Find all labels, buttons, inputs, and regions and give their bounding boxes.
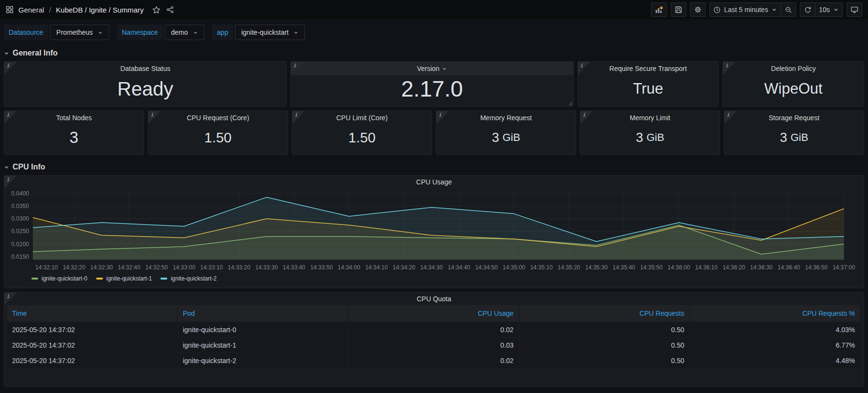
legend-item-ignite-quickstart-2[interactable]: ignite-quickstart-2 — [160, 275, 217, 282]
table-cell: 0.02 — [348, 322, 519, 337]
apps-grid-icon — [6, 6, 14, 14]
table-cell: 0.02 — [348, 352, 519, 368]
chevron-down-icon — [193, 30, 198, 35]
legend-item-ignite-quickstart-0[interactable]: ignite-quickstart-0 — [31, 275, 87, 282]
table-cell: ignite-quickstart-2 — [178, 352, 348, 368]
svg-text:0.0400: 0.0400 — [11, 190, 29, 197]
legend-item-ignite-quickstart-1[interactable]: ignite-quickstart-1 — [96, 275, 152, 282]
legend-label: ignite-quickstart-1 — [106, 275, 152, 282]
stat-unit: GiB — [791, 131, 809, 144]
info-corner-icon[interactable]: i — [291, 62, 304, 74]
panel-title[interactable]: Memory Request — [436, 111, 576, 125]
table-row[interactable]: 2025-05-20 14:37:02ignite-quickstart-20.… — [7, 352, 861, 368]
variable-selected-datasource: Prometheus — [57, 28, 93, 36]
panel-title[interactable]: CPU Limit (Core) — [292, 111, 432, 125]
svg-text:14:37:00: 14:37:00 — [833, 264, 855, 271]
info-corner-icon[interactable]: i — [578, 62, 591, 74]
section-cpu-info[interactable]: CPU Info — [4, 163, 864, 171]
table-column-header[interactable]: CPU Requests % — [690, 305, 861, 322]
stat-value-database-status: Ready — [4, 75, 286, 106]
table-column-header[interactable]: Time — [7, 305, 178, 322]
panel-title[interactable]: Memory Limit — [580, 111, 720, 125]
variable-namespace: Namespace demo — [117, 25, 204, 40]
svg-text:14:32:40: 14:32:40 — [118, 264, 141, 271]
table-cell: 2025-05-20 14:37:02 — [7, 337, 178, 352]
resize-handle-icon[interactable] — [568, 101, 573, 106]
chevron-down-icon — [4, 51, 9, 56]
info-corner-icon[interactable]: i — [4, 293, 17, 305]
svg-text:14:33:40: 14:33:40 — [283, 264, 305, 271]
info-corner-icon[interactable]: i — [723, 62, 736, 74]
panel-cpu-quota: i CPU Quota TimePodCPU UsageCPU Requests… — [4, 292, 864, 387]
refresh-button[interactable] — [800, 2, 815, 17]
variable-value-namespace[interactable]: demo — [165, 25, 204, 40]
share-icon[interactable] — [166, 6, 174, 14]
info-corner-icon[interactable]: i — [4, 176, 17, 188]
panel-title[interactable]: Require Secure Transport — [578, 62, 719, 75]
panel-title[interactable]: Version — [291, 62, 573, 75]
save-icon — [675, 6, 682, 14]
table-column-header[interactable]: CPU Usage — [348, 305, 519, 322]
info-corner-icon[interactable]: i — [436, 111, 449, 124]
legend-label: ignite-quickstart-2 — [171, 275, 217, 282]
variable-label-app: app — [212, 25, 233, 40]
stat-panels-row-2: i Total Nodes 3 i CPU Request (Core) 1.5… — [4, 111, 864, 155]
chart-legend: ignite-quickstart-0ignite-quickstart-1ig… — [31, 275, 864, 282]
panel-menu-caret-icon[interactable] — [442, 66, 447, 71]
chevron-down-icon — [771, 7, 777, 13]
panel-database-status: i Database Status Ready — [4, 61, 287, 107]
panel-title[interactable]: Database Status — [4, 62, 286, 75]
info-corner-icon[interactable]: i — [292, 111, 305, 124]
panel-title[interactable]: Storage Request — [724, 111, 864, 125]
variable-value-app[interactable]: ignite-quickstart — [235, 25, 305, 40]
panel-title[interactable]: Deletion Policy — [723, 62, 864, 75]
time-range-picker[interactable]: Last 5 minutes — [709, 2, 781, 17]
kiosk-mode-button[interactable] — [847, 2, 862, 17]
table-row[interactable]: 2025-05-20 14:37:02ignite-quickstart-00.… — [7, 322, 861, 337]
chevron-down-icon — [833, 7, 839, 13]
variable-app: app ignite-quickstart — [212, 25, 305, 40]
chevron-down-icon — [98, 30, 103, 35]
panel-title[interactable]: Total Nodes — [4, 111, 144, 125]
info-corner-icon[interactable]: i — [724, 111, 737, 124]
table-cell: 0.50 — [520, 352, 690, 368]
cpu-usage-chart[interactable]: 0.04000.03500.03000.02500.02000.015014:3… — [9, 188, 859, 274]
svg-text:0.0350: 0.0350 — [11, 203, 29, 210]
stat-unit: GiB — [503, 131, 521, 144]
svg-text:14:33:00: 14:33:00 — [173, 264, 195, 271]
star-icon[interactable] — [152, 6, 160, 14]
stat-value-memory-limit: 3GiB — [580, 125, 720, 154]
stat-value-require-secure-transport: True — [578, 75, 719, 106]
panel-cpu-request: i CPU Request (Core) 1.50 — [148, 111, 288, 155]
breadcrumb-root[interactable]: General — [18, 6, 44, 14]
info-corner-icon[interactable]: i — [4, 111, 17, 124]
info-corner-icon[interactable]: i — [148, 111, 161, 124]
svg-text:14:35:50: 14:35:50 — [640, 264, 663, 271]
panel-title[interactable]: CPU Request (Core) — [148, 111, 288, 125]
breadcrumb-current[interactable]: KubeDB / Ignite / Summary — [56, 6, 144, 14]
refresh-controls: 10s — [800, 2, 843, 17]
dashboard-settings-button[interactable] — [690, 2, 706, 17]
dashboard-page: General / KubeDB / Ignite / Summary — [0, 0, 868, 387]
table-cell: 2025-05-20 14:37:02 — [7, 352, 178, 368]
svg-text:14:36:10: 14:36:10 — [695, 264, 718, 271]
save-dashboard-button[interactable] — [671, 2, 686, 17]
info-corner-icon[interactable]: i — [4, 62, 17, 74]
table-column-header[interactable]: Pod — [178, 305, 348, 322]
refresh-interval-dropdown[interactable]: 10s — [815, 2, 843, 17]
svg-text:14:33:30: 14:33:30 — [255, 264, 278, 271]
refresh-interval-label: 10s — [819, 6, 830, 14]
zoom-out-time-button[interactable] — [781, 2, 796, 17]
section-general-info[interactable]: General Info — [4, 49, 864, 57]
svg-text:14:35:00: 14:35:00 — [503, 264, 525, 271]
table-cell: 6.77% — [690, 337, 861, 352]
panel-title[interactable]: CPU Usage — [4, 176, 864, 188]
add-panel-button[interactable] — [651, 2, 667, 17]
section-title: General Info — [13, 49, 58, 57]
table-column-header[interactable]: CPU Requests — [520, 305, 690, 322]
panel-title[interactable]: CPU Quota — [4, 293, 864, 305]
table-row[interactable]: 2025-05-20 14:37:02ignite-quickstart-10.… — [7, 337, 861, 352]
table-cell: 0.50 — [520, 337, 690, 352]
variable-value-datasource[interactable]: Prometheus — [50, 25, 109, 40]
info-corner-icon[interactable]: i — [580, 111, 593, 124]
